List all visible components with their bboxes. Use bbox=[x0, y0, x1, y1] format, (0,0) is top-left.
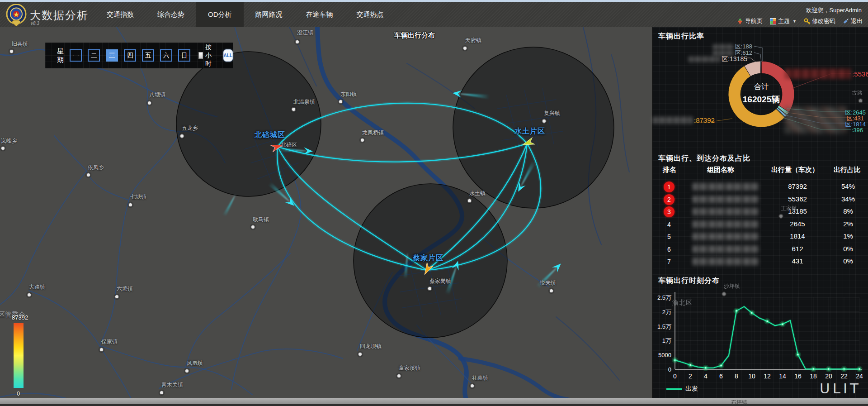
data-point[interactable] bbox=[828, 368, 830, 370]
data-point[interactable] bbox=[766, 320, 768, 322]
town-label: 歇马镇 bbox=[253, 216, 269, 224]
x-tick-label: 12 bbox=[764, 373, 771, 380]
header-action-主题[interactable]: 主题▼ bbox=[770, 17, 797, 25]
section-title: 车辆出行、到达分布及占比 bbox=[658, 154, 750, 163]
nav-item-交通热点[interactable]: 交通热点 bbox=[345, 2, 396, 27]
share-value: 0% bbox=[830, 245, 866, 253]
section-distribution-table: 车辆出行、到达分布及占比 排名 组团名称 出行量（车次） 出行占比 187392… bbox=[653, 149, 868, 272]
data-point[interactable] bbox=[689, 364, 691, 366]
welcome-text: 欢迎您，SuperAdmin bbox=[806, 6, 862, 14]
header-action-导航页[interactable]: 导航页 bbox=[737, 17, 763, 25]
trips-value: 431 bbox=[766, 257, 829, 265]
town-label: 回龙坝镇 bbox=[360, 343, 382, 350]
rank-badge: 2 bbox=[664, 194, 675, 205]
nav-item-综合态势[interactable]: 综合态势 bbox=[146, 2, 196, 27]
data-point[interactable] bbox=[782, 323, 783, 325]
town-label: 依凤乡 bbox=[88, 164, 104, 172]
town-dot bbox=[99, 347, 104, 352]
town-dot bbox=[722, 291, 726, 296]
data-point[interactable] bbox=[705, 367, 707, 369]
share-value: 0% bbox=[830, 257, 866, 265]
district-label-北碚城区[interactable]: 北碚城区 bbox=[255, 130, 285, 140]
y-tick-label: 2.5万 bbox=[657, 294, 671, 301]
chart-legend[interactable]: 出发 bbox=[666, 385, 698, 393]
town-label: 复兴镇 bbox=[544, 110, 560, 117]
action-label: 退出 bbox=[851, 17, 863, 25]
data-point[interactable] bbox=[812, 368, 814, 370]
data-point[interactable] bbox=[674, 359, 676, 361]
blurred-group-name bbox=[693, 220, 759, 228]
data-point[interactable] bbox=[797, 354, 799, 356]
data-point[interactable] bbox=[751, 312, 753, 314]
week-day-六[interactable]: 六 bbox=[160, 49, 172, 62]
hourly-checkbox[interactable] bbox=[198, 52, 203, 59]
week-day-四[interactable]: 四 bbox=[124, 49, 136, 62]
town-label: 岚峰乡 bbox=[1, 137, 17, 145]
town-dot bbox=[0, 146, 5, 151]
table-row: 426452% bbox=[653, 219, 868, 230]
nav-home-icon bbox=[737, 18, 743, 24]
week-toolbar: 星期 一二三四五六日 按小时 ALL bbox=[45, 43, 233, 68]
section-time-distribution: 车辆出行时刻分布 050001万1.5万2万2.5万02468101214161… bbox=[653, 272, 868, 398]
header-action-修改密码[interactable]: 修改密码 bbox=[804, 17, 835, 25]
y-tick-label: 1万 bbox=[662, 337, 671, 344]
time-distribution-line-chart: 050001万1.5万2万2.5万024681012141618202224 bbox=[653, 272, 868, 398]
town-label: 天府镇 bbox=[465, 37, 481, 44]
week-day-三[interactable]: 三 bbox=[106, 49, 118, 62]
week-day-一[interactable]: 一 bbox=[70, 49, 82, 62]
town-dot bbox=[858, 98, 863, 103]
town-dot bbox=[147, 100, 152, 105]
town-dot bbox=[27, 292, 32, 297]
data-point[interactable] bbox=[720, 365, 722, 367]
town-dot bbox=[549, 288, 554, 293]
town-dot bbox=[114, 294, 119, 299]
share-value: 8% bbox=[830, 207, 866, 215]
town-dot bbox=[159, 390, 164, 395]
nav-item-交通指数[interactable]: 交通指数 bbox=[95, 2, 146, 27]
col-trips: 出行量（车次） bbox=[771, 166, 819, 174]
nav-item-路网路况[interactable]: 路网路况 bbox=[244, 2, 294, 27]
all-days-button[interactable]: ALL bbox=[223, 49, 233, 62]
police-badge-logo bbox=[5, 4, 27, 27]
week-day-五[interactable]: 五 bbox=[142, 49, 154, 62]
header-actions: 导航页主题▼修改密码退出 bbox=[737, 17, 863, 25]
week-day-日[interactable]: 日 bbox=[178, 49, 190, 62]
rank-badge: 3 bbox=[664, 206, 675, 217]
pie-label: :87392 bbox=[653, 116, 715, 124]
x-tick-label: 24 bbox=[856, 373, 863, 380]
nav-item-在途车辆[interactable]: 在途车辆 bbox=[294, 2, 345, 27]
town-dot bbox=[358, 352, 363, 357]
header-action-退出[interactable]: 退出 bbox=[843, 17, 863, 25]
town-dot bbox=[128, 202, 133, 207]
x-tick-label: 14 bbox=[779, 373, 786, 380]
nav-item-OD分析[interactable]: OD分析 bbox=[196, 2, 244, 27]
town-dot bbox=[86, 172, 91, 177]
trips-value: 13185 bbox=[766, 207, 829, 215]
pie-slice[interactable] bbox=[761, 61, 761, 73]
table-row: 66120% bbox=[653, 244, 868, 255]
week-label: 星期 bbox=[57, 47, 65, 64]
town-label: 六塘镇 bbox=[117, 285, 133, 293]
blurred-group-name bbox=[693, 258, 759, 265]
data-point[interactable] bbox=[736, 310, 737, 312]
district-label-蔡家片区[interactable]: 蔡家片区 bbox=[413, 253, 443, 263]
x-tick-label: 0 bbox=[673, 373, 677, 380]
trips-value: 1814 bbox=[766, 232, 829, 240]
pie-label: :55362 bbox=[785, 69, 868, 79]
town-label: 龙凤桥镇 bbox=[362, 129, 384, 137]
town-label: 悦来镇 bbox=[540, 279, 556, 287]
trips-value: 2645 bbox=[766, 220, 829, 228]
heat-legend-gradient bbox=[14, 323, 24, 388]
district-label-水土片区[interactable]: 水土片区 bbox=[514, 127, 545, 136]
data-point[interactable] bbox=[859, 368, 860, 370]
rank-badge: 6 bbox=[664, 244, 675, 255]
total-value: 162025辆 bbox=[729, 94, 794, 105]
pie-label: :396 bbox=[852, 127, 863, 134]
action-label: 导航页 bbox=[745, 17, 763, 25]
table-row: 518141% bbox=[653, 231, 868, 243]
town-label: 渝北区 bbox=[672, 299, 693, 307]
week-day-二[interactable]: 二 bbox=[88, 49, 100, 62]
data-point[interactable] bbox=[843, 368, 845, 370]
legend-line-swatch bbox=[666, 388, 682, 390]
town-label: 大路镇 bbox=[29, 283, 45, 291]
